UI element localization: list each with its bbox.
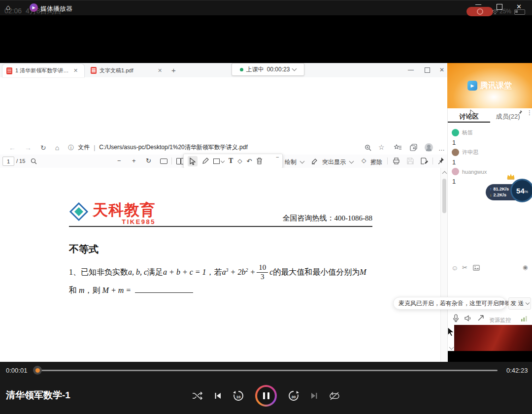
header-rule [69,226,372,227]
refresh-icon[interactable]: ↻ [40,144,46,151]
draw-label[interactable]: 绘制 [285,158,297,166]
student-camera-feed [454,325,532,351]
previous-track-icon[interactable] [214,392,222,400]
home-nav-icon[interactable]: ⌂ [55,144,59,151]
chat-message-text: 1 [452,178,456,185]
chat-message-header: 杨笛 [452,129,473,136]
new-tab-button[interactable]: + [171,66,176,74]
browser-minimize-button[interactable]: — [408,67,414,73]
fit-page-icon[interactable] [160,159,167,164]
save-as-icon[interactable] [421,158,428,164]
seek-handle[interactable] [33,366,42,375]
back-icon[interactable]: ← [9,144,16,151]
avatar[interactable] [452,168,459,175]
player-bar: 0:00:01 0:42:23 清华领军数学-1 10 [0,362,532,414]
recording-indicator [466,7,493,16]
video-title: 清华领军数学-1 [6,389,70,402]
pause-button[interactable] [255,385,277,407]
resource-monitor-label[interactable]: 资源监控 [489,317,511,324]
browser-maximize-button[interactable] [425,67,430,73]
forward-icon[interactable]: → [25,144,32,151]
rotate-icon[interactable]: ↻ [146,157,151,164]
zoom-out-icon[interactable]: − [117,157,121,164]
image-icon[interactable] [473,265,480,271]
seek-bar[interactable] [34,370,498,371]
lag-feedback-icon[interactable] [477,315,484,321]
class-status-pill[interactable]: 上课中 00:00:23 [232,63,304,76]
camera-watermark: 腾讯课堂 [480,81,512,91]
active-tab-underline [448,122,490,123]
eraser-tool-icon[interactable]: ◇ [237,158,242,164]
scroll-thumb[interactable] [442,179,446,213]
pin-toolbar-icon[interactable] [437,157,444,165]
favorites-bar-icon[interactable] [394,144,401,151]
tab-pdf-lecture[interactable]: 1 清华新领军数学讲义.pdf ✕ [2,64,85,77]
shuffle-icon[interactable] [192,392,203,400]
brand-sub: TIKE985 [93,218,156,225]
ghost-wifi-icon [492,9,499,14]
class-timer: 00:00:23 [267,66,290,73]
pin-sidebar-icon[interactable] [518,110,523,115]
favorite-star-icon[interactable]: ☆ [378,144,385,151]
erase-label[interactable]: 擦除 [370,158,382,166]
chat-message-header: 许申思 [452,149,478,156]
microphone-icon[interactable] [453,314,459,322]
address-label: 文件 [78,143,90,152]
chevron-down-icon[interactable] [349,159,354,164]
page-total: / 15 [16,158,25,164]
address-separator: | [94,144,95,151]
avatar[interactable] [452,149,459,156]
shape-tool-button[interactable] [213,159,224,164]
forward-30-button[interactable]: 30 [288,390,299,402]
sidebar-scroll-down-icon[interactable] [449,345,454,350]
page-number-input[interactable]: 1 [2,157,14,166]
send-button[interactable]: 发 送 [508,297,531,310]
annotation-minimize-icon[interactable]: − [276,155,279,160]
info-icon[interactable]: ⓘ [68,145,74,151]
profile-avatar[interactable] [425,143,433,152]
next-track-icon[interactable] [310,392,318,400]
emoji-icon[interactable]: ☺ [451,264,458,272]
screenshot-scissors-icon[interactable]: ✂ [462,264,467,271]
undo-icon[interactable]: ↶ [247,158,252,165]
app-title: 媒体播放器 [40,4,72,13]
eraser-icon[interactable]: ◇ [362,157,366,164]
address-path[interactable]: C:/Users/asus-pc/Desktop/1%20清华新领军数学讲义.p… [99,143,247,152]
pen-tool-icon[interactable] [202,158,209,164]
fraction: 103 [257,264,268,281]
rewind-10-button[interactable]: 10 [233,390,244,402]
battery-percent-badge[interactable]: 54 % [510,179,532,202]
collections-icon[interactable] [410,144,417,151]
tike-diamond-icon [69,202,89,223]
highlight-label[interactable]: 突出显示 [322,158,346,166]
highlighter-icon[interactable] [311,158,318,164]
chat-settings-icon[interactable]: ◉ [523,264,528,271]
browser-menu-icon[interactable]: … [438,145,445,152]
browser-close-button[interactable]: ✕ [439,67,444,73]
zoom-page-icon[interactable] [365,144,371,151]
select-tool-button[interactable] [188,156,198,166]
tab-discussion[interactable]: 讨论区 [448,112,490,121]
pdf-search-icon[interactable] [31,158,37,164]
speaker-icon[interactable] [465,315,472,321]
trash-icon[interactable] [256,158,263,164]
tab-close-icon[interactable]: ✕ [73,67,78,74]
chevron-down-icon[interactable] [300,159,305,164]
print-icon[interactable] [393,158,400,164]
tab-pdf-doc[interactable]: 文字文稿1.pdf ✕ [87,64,166,77]
pdf-file-icon [6,67,12,74]
text-tool-button[interactable]: T [229,157,233,165]
send-options-chevron-icon[interactable] [525,301,529,305]
pdf-file-icon [91,67,97,74]
tab-close-icon[interactable]: ✕ [158,67,162,74]
page-view-icon[interactable] [176,158,181,164]
scroll-up-icon[interactable] [442,171,447,176]
sidebar-menu-icon[interactable]: ⋮ [527,109,532,116]
brand-name: 天科教育 [93,202,156,218]
zoom-in-icon[interactable]: + [132,157,136,164]
upload-icon: ↑ [490,187,492,192]
avatar[interactable] [452,129,459,136]
repeat-off-icon[interactable] [329,392,340,400]
minimize-button[interactable]: — [475,1,481,7]
home-icon[interactable]: ⌂ [6,3,10,11]
